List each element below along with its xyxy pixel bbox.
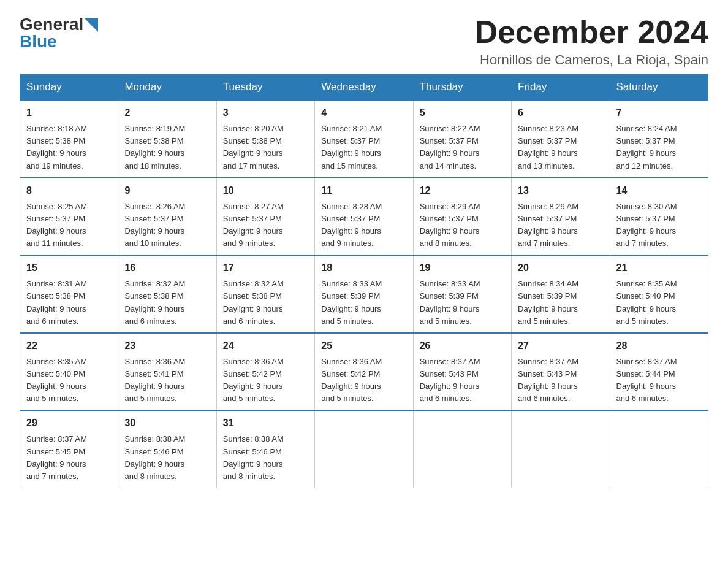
day-number: 27: [518, 339, 603, 353]
calendar-cell: 14Sunrise: 8:30 AMSunset: 5:37 PMDayligh…: [610, 178, 708, 256]
day-info: Sunrise: 8:36 AMSunset: 5:42 PMDaylight:…: [321, 356, 406, 405]
calendar-cell: 11Sunrise: 8:28 AMSunset: 5:37 PMDayligh…: [315, 178, 413, 256]
day-number: 25: [321, 339, 406, 353]
day-info: Sunrise: 8:24 AMSunset: 5:37 PMDaylight:…: [616, 123, 702, 172]
calendar-cell: 21Sunrise: 8:35 AMSunset: 5:40 PMDayligh…: [610, 255, 708, 333]
calendar-cell: 15Sunrise: 8:31 AMSunset: 5:38 PMDayligh…: [20, 255, 118, 333]
calendar-cell: 18Sunrise: 8:33 AMSunset: 5:39 PMDayligh…: [315, 255, 413, 333]
day-number: 15: [26, 261, 112, 275]
calendar-week-row: 1Sunrise: 8:18 AMSunset: 5:38 PMDaylight…: [20, 100, 708, 178]
day-info: Sunrise: 8:21 AMSunset: 5:37 PMDaylight:…: [321, 123, 406, 172]
calendar-cell: 12Sunrise: 8:29 AMSunset: 5:37 PMDayligh…: [413, 178, 511, 256]
header-wednesday: Wednesday: [315, 75, 413, 101]
day-number: 19: [420, 261, 505, 275]
calendar-cell: 9Sunrise: 8:26 AMSunset: 5:37 PMDaylight…: [118, 178, 216, 256]
header-tuesday: Tuesday: [216, 75, 314, 101]
calendar-cell: 26Sunrise: 8:37 AMSunset: 5:43 PMDayligh…: [413, 333, 511, 411]
header-saturday: Saturday: [610, 75, 708, 101]
calendar-week-row: 22Sunrise: 8:35 AMSunset: 5:40 PMDayligh…: [20, 333, 708, 411]
day-info: Sunrise: 8:20 AMSunset: 5:38 PMDaylight:…: [223, 123, 308, 172]
day-number: 29: [26, 416, 112, 431]
calendar-cell: 1Sunrise: 8:18 AMSunset: 5:38 PMDaylight…: [20, 100, 118, 178]
calendar-cell: 27Sunrise: 8:37 AMSunset: 5:43 PMDayligh…: [512, 333, 610, 411]
day-number: 9: [124, 183, 210, 198]
calendar-cell: 2Sunrise: 8:19 AMSunset: 5:38 PMDaylight…: [118, 100, 216, 178]
header-friday: Friday: [512, 75, 610, 101]
calendar-cell: 6Sunrise: 8:23 AMSunset: 5:37 PMDaylight…: [512, 100, 610, 178]
day-info: Sunrise: 8:19 AMSunset: 5:38 PMDaylight:…: [124, 123, 210, 172]
day-info: Sunrise: 8:36 AMSunset: 5:42 PMDaylight:…: [223, 356, 308, 405]
location-title: Hornillos de Cameros, La Rioja, Spain: [474, 52, 708, 68]
day-number: 12: [420, 183, 505, 198]
calendar-table: SundayMondayTuesdayWednesdayThursdayFrid…: [20, 74, 708, 488]
day-number: 16: [124, 261, 210, 275]
calendar-cell: 10Sunrise: 8:27 AMSunset: 5:37 PMDayligh…: [216, 178, 314, 256]
day-info: Sunrise: 8:29 AMSunset: 5:37 PMDaylight:…: [518, 201, 603, 250]
calendar-cell: 23Sunrise: 8:36 AMSunset: 5:41 PMDayligh…: [118, 333, 216, 411]
calendar-cell: 7Sunrise: 8:24 AMSunset: 5:37 PMDaylight…: [610, 100, 708, 178]
header-thursday: Thursday: [413, 75, 511, 101]
calendar-cell: [413, 410, 511, 488]
calendar-cell: 4Sunrise: 8:21 AMSunset: 5:37 PMDaylight…: [315, 100, 413, 178]
day-number: 23: [124, 339, 210, 353]
header-monday: Monday: [118, 75, 216, 101]
day-info: Sunrise: 8:36 AMSunset: 5:41 PMDaylight:…: [124, 356, 210, 405]
day-number: 21: [616, 261, 702, 275]
day-number: 8: [26, 183, 112, 198]
calendar-cell: 29Sunrise: 8:37 AMSunset: 5:45 PMDayligh…: [20, 410, 118, 488]
day-number: 7: [616, 105, 702, 120]
calendar-cell: 13Sunrise: 8:29 AMSunset: 5:37 PMDayligh…: [512, 178, 610, 256]
month-title: December 2024: [474, 15, 708, 50]
day-info: Sunrise: 8:32 AMSunset: 5:38 PMDaylight:…: [124, 278, 210, 327]
day-info: Sunrise: 8:34 AMSunset: 5:39 PMDaylight:…: [518, 278, 603, 327]
day-info: Sunrise: 8:35 AMSunset: 5:40 PMDaylight:…: [616, 278, 702, 327]
day-info: Sunrise: 8:28 AMSunset: 5:37 PMDaylight:…: [321, 201, 406, 250]
header-sunday: Sunday: [20, 75, 118, 101]
calendar-cell: 19Sunrise: 8:33 AMSunset: 5:39 PMDayligh…: [413, 255, 511, 333]
calendar-cell: [610, 410, 708, 488]
day-number: 28: [616, 339, 702, 353]
day-info: Sunrise: 8:30 AMSunset: 5:37 PMDaylight:…: [616, 201, 702, 250]
day-number: 3: [223, 105, 308, 120]
day-info: Sunrise: 8:22 AMSunset: 5:37 PMDaylight:…: [420, 123, 505, 172]
day-number: 17: [223, 261, 308, 275]
day-info: Sunrise: 8:37 AMSunset: 5:45 PMDaylight:…: [26, 433, 112, 483]
calendar-cell: 25Sunrise: 8:36 AMSunset: 5:42 PMDayligh…: [315, 333, 413, 411]
day-number: 20: [518, 261, 603, 275]
day-info: Sunrise: 8:29 AMSunset: 5:37 PMDaylight:…: [420, 201, 505, 250]
calendar-cell: 31Sunrise: 8:38 AMSunset: 5:46 PMDayligh…: [216, 410, 314, 488]
calendar-cell: [315, 410, 413, 488]
day-info: Sunrise: 8:25 AMSunset: 5:37 PMDaylight:…: [26, 201, 112, 250]
day-number: 1: [26, 105, 112, 120]
calendar-week-row: 8Sunrise: 8:25 AMSunset: 5:37 PMDaylight…: [20, 178, 708, 256]
calendar-cell: 8Sunrise: 8:25 AMSunset: 5:37 PMDaylight…: [20, 178, 118, 256]
day-number: 30: [124, 416, 210, 431]
logo-triangle-icon: [85, 18, 98, 32]
day-number: 14: [616, 183, 702, 198]
calendar-cell: 20Sunrise: 8:34 AMSunset: 5:39 PMDayligh…: [512, 255, 610, 333]
day-number: 5: [420, 105, 505, 120]
day-info: Sunrise: 8:18 AMSunset: 5:38 PMDaylight:…: [26, 123, 112, 172]
day-number: 31: [223, 416, 308, 431]
day-info: Sunrise: 8:37 AMSunset: 5:44 PMDaylight:…: [616, 356, 702, 405]
day-info: Sunrise: 8:32 AMSunset: 5:38 PMDaylight:…: [223, 278, 308, 327]
calendar-cell: 30Sunrise: 8:38 AMSunset: 5:46 PMDayligh…: [118, 410, 216, 488]
day-info: Sunrise: 8:31 AMSunset: 5:38 PMDaylight:…: [26, 278, 112, 327]
day-info: Sunrise: 8:26 AMSunset: 5:37 PMDaylight:…: [124, 201, 210, 250]
day-number: 11: [321, 183, 406, 198]
calendar-cell: 24Sunrise: 8:36 AMSunset: 5:42 PMDayligh…: [216, 333, 314, 411]
day-number: 22: [26, 339, 112, 353]
logo-blue: Blue: [20, 32, 57, 52]
logo: General Blue: [20, 15, 98, 52]
day-number: 13: [518, 183, 603, 198]
day-info: Sunrise: 8:38 AMSunset: 5:46 PMDaylight:…: [124, 433, 210, 483]
day-info: Sunrise: 8:38 AMSunset: 5:46 PMDaylight:…: [223, 433, 308, 483]
day-number: 6: [518, 105, 603, 120]
day-info: Sunrise: 8:37 AMSunset: 5:43 PMDaylight:…: [518, 356, 603, 405]
calendar-header-row: SundayMondayTuesdayWednesdayThursdayFrid…: [20, 75, 708, 101]
day-number: 18: [321, 261, 406, 275]
svg-marker-0: [85, 18, 98, 32]
day-number: 26: [420, 339, 505, 353]
day-number: 10: [223, 183, 308, 198]
calendar-cell: 28Sunrise: 8:37 AMSunset: 5:44 PMDayligh…: [610, 333, 708, 411]
